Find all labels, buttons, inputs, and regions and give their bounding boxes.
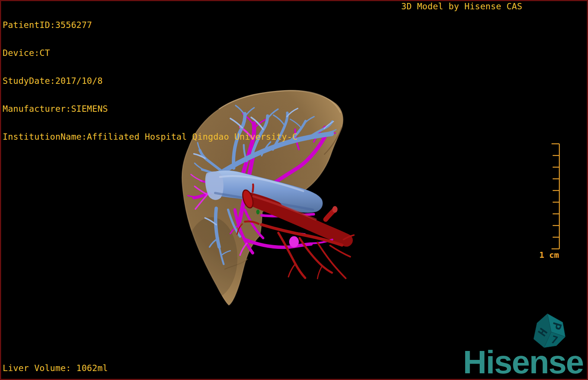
study-date-line: StudyDate:2017/10/8 (3, 76, 297, 86)
watermark-text: 3D Model by Hisense CAS (401, 2, 522, 11)
ivc-spike (253, 184, 253, 192)
device-line: Device:CT (3, 48, 297, 58)
magenta-node (289, 236, 299, 247)
viewer-window: 1 cm H P 7 PatientID:3556277 Device:CT S… (0, 0, 588, 380)
bile-duct-stump (256, 210, 260, 215)
patient-id-line: PatientID:3556277 (3, 20, 297, 30)
liver-shadow (185, 217, 237, 299)
liver-volume-text: Liver Volume: 1062ml (3, 364, 108, 373)
patient-info-overlay: PatientID:3556277 Device:CT StudyDate:20… (3, 2, 297, 160)
hisense-logo: Hisense (463, 346, 584, 379)
orientation-cube[interactable]: H P 7 (534, 314, 565, 348)
ivc-stub-cap (332, 206, 338, 213)
institution-line: InstitutionName:Affiliated Hospital Qing… (3, 132, 297, 142)
scale-bar-ticks (552, 144, 559, 249)
scale-bar: 1 cm (539, 144, 559, 260)
manufacturer-line: Manufacturer:SIEMENS (3, 104, 297, 114)
scale-bar-label: 1 cm (539, 250, 559, 260)
